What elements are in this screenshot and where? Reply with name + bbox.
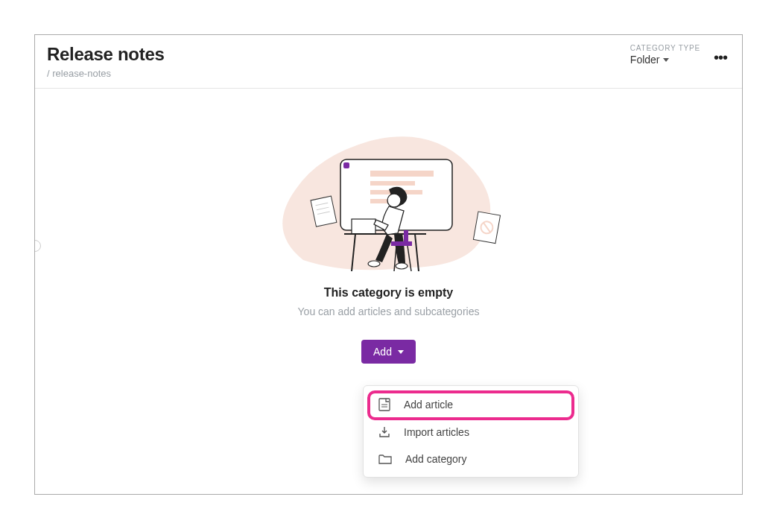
svg-rect-22 [391, 241, 412, 246]
empty-title: This category is empty [324, 286, 453, 300]
svg-rect-16 [352, 219, 375, 234]
svg-point-20 [396, 263, 408, 269]
add-button-label: Add [373, 346, 392, 358]
add-dropdown-menu: Add article Import articles Add category [363, 385, 579, 478]
svg-rect-2 [370, 171, 434, 177]
svg-rect-3 [370, 181, 415, 186]
svg-point-19 [368, 261, 380, 267]
folder-icon [378, 454, 392, 464]
category-type-label: CATEGORY TYPE [630, 44, 700, 52]
empty-illustration [259, 118, 519, 279]
page-slug: / release-notes [47, 68, 165, 79]
empty-state: This category is empty You can add artic… [35, 89, 742, 364]
dropdown-item-label: Import articles [404, 426, 469, 438]
header-left: Release notes / release-notes [47, 44, 165, 79]
category-type-value[interactable]: Folder [630, 54, 669, 66]
add-button[interactable]: Add [361, 340, 416, 364]
dropdown-item-label: Add article [404, 399, 453, 411]
caret-down-icon [398, 350, 404, 354]
file-icon [378, 398, 390, 411]
dropdown-item-add-article[interactable]: Add article [364, 390, 578, 419]
empty-subtitle: You can add articles and subcategories [298, 305, 480, 317]
svg-rect-1 [343, 162, 349, 168]
dropdown-item-import-articles[interactable]: Import articles [364, 419, 578, 446]
dropdown-item-add-category[interactable]: Add category [364, 446, 578, 472]
dropdown-item-label: Add category [405, 453, 467, 465]
category-type-dropdown[interactable]: CATEGORY TYPE Folder [630, 44, 700, 66]
page-title: Release notes [47, 44, 165, 65]
header-right: CATEGORY TYPE Folder ••• [630, 44, 727, 66]
category-type-text: Folder [630, 54, 660, 66]
panel-header: Release notes / release-notes CATEGORY T… [35, 35, 742, 89]
category-panel: Release notes / release-notes CATEGORY T… [34, 34, 743, 495]
more-actions-button[interactable]: ••• [714, 45, 727, 65]
chevron-down-icon [663, 58, 669, 62]
import-icon [378, 426, 390, 438]
svg-point-18 [387, 194, 401, 207]
